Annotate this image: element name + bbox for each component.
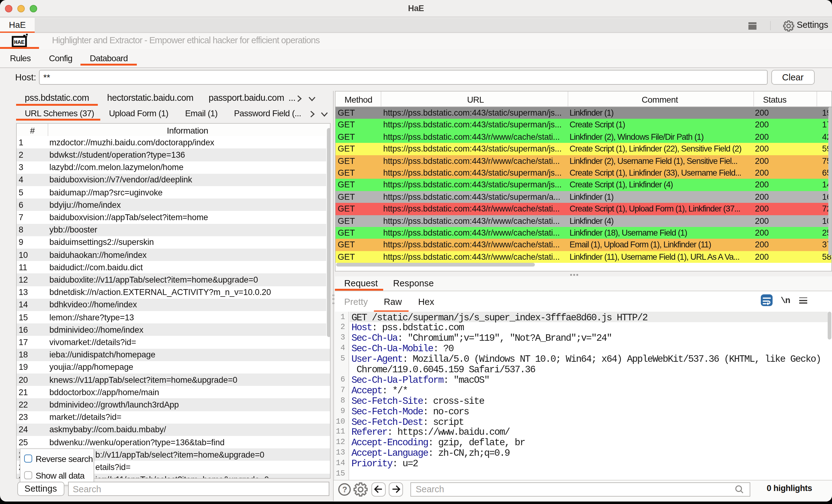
svg-text:?: ? [342,484,347,494]
svg-text:HAE: HAE [14,39,24,46]
